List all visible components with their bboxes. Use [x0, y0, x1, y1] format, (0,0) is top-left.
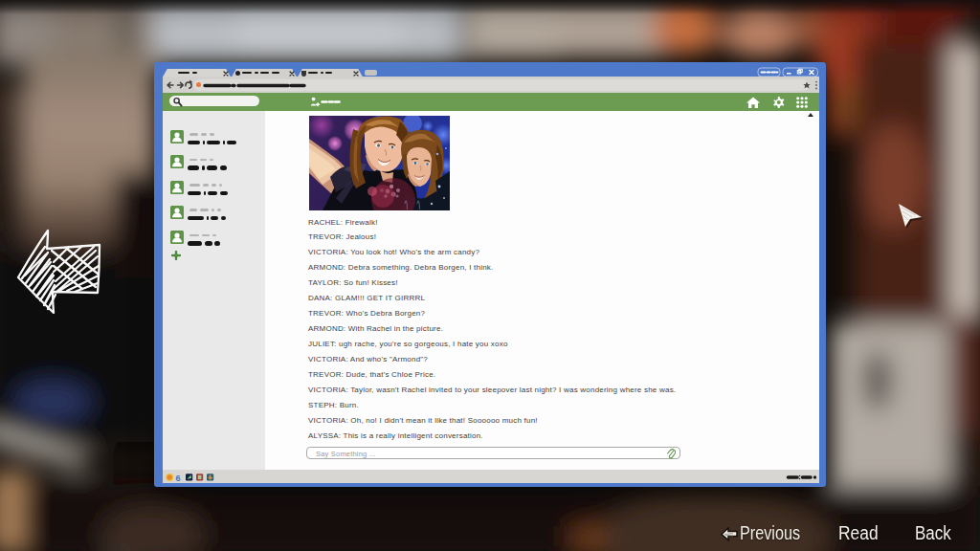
svg-text:6: 6 [176, 473, 181, 482]
